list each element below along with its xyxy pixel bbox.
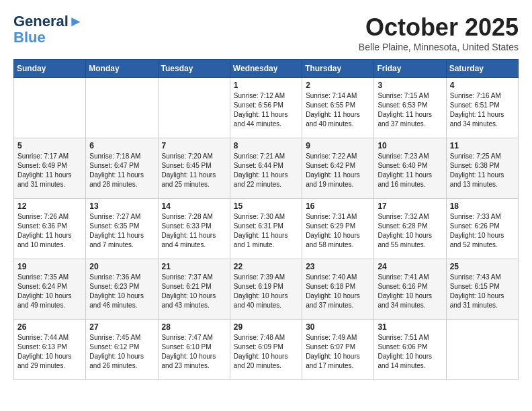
calendar-cell (446, 320, 518, 380)
calendar-cell: 30Sunrise: 7:49 AM Sunset: 6:07 PM Dayli… (302, 320, 374, 380)
day-info: Sunrise: 7:32 AM Sunset: 6:28 PM Dayligh… (378, 212, 442, 250)
day-header-wednesday: Wednesday (230, 60, 302, 78)
day-info: Sunrise: 7:51 AM Sunset: 6:06 PM Dayligh… (378, 333, 442, 371)
day-number: 22 (234, 262, 298, 271)
day-info: Sunrise: 7:39 AM Sunset: 6:19 PM Dayligh… (234, 273, 298, 310)
calendar-cell: 19Sunrise: 7:35 AM Sunset: 6:24 PM Dayli… (14, 259, 86, 320)
month-year: October 2025 (359, 13, 519, 42)
day-info: Sunrise: 7:35 AM Sunset: 6:24 PM Dayligh… (17, 273, 82, 310)
header: General► Blue October 2025 Belle Plaine,… (13, 13, 519, 52)
calendar-cell: 25Sunrise: 7:43 AM Sunset: 6:15 PM Dayli… (446, 259, 518, 320)
logo-text: General► (13, 13, 83, 30)
day-info: Sunrise: 7:43 AM Sunset: 6:15 PM Dayligh… (450, 273, 515, 310)
calendar-cell: 27Sunrise: 7:45 AM Sunset: 6:12 PM Dayli… (86, 320, 158, 380)
calendar-cell: 15Sunrise: 7:30 AM Sunset: 6:31 PM Dayli… (230, 199, 302, 259)
day-info: Sunrise: 7:20 AM Sunset: 6:45 PM Dayligh… (162, 152, 226, 189)
day-number: 6 (89, 141, 154, 150)
day-number: 18 (450, 201, 515, 211)
calendar-cell: 3Sunrise: 7:15 AM Sunset: 6:53 PM Daylig… (374, 78, 446, 138)
day-info: Sunrise: 7:33 AM Sunset: 6:26 PM Dayligh… (450, 212, 515, 250)
day-info: Sunrise: 7:16 AM Sunset: 6:51 PM Dayligh… (450, 91, 515, 129)
day-header-saturday: Saturday (446, 60, 518, 78)
calendar-week-5: 26Sunrise: 7:44 AM Sunset: 6:13 PM Dayli… (14, 320, 519, 380)
calendar-cell: 13Sunrise: 7:27 AM Sunset: 6:35 PM Dayli… (86, 199, 158, 259)
day-number: 2 (306, 81, 370, 90)
calendar-cell: 20Sunrise: 7:36 AM Sunset: 6:23 PM Dayli… (86, 259, 158, 320)
day-info: Sunrise: 7:23 AM Sunset: 6:40 PM Dayligh… (378, 152, 442, 189)
day-info: Sunrise: 7:27 AM Sunset: 6:35 PM Dayligh… (89, 212, 154, 250)
day-number: 12 (17, 201, 82, 211)
day-number: 23 (306, 262, 370, 271)
day-info: Sunrise: 7:48 AM Sunset: 6:09 PM Dayligh… (234, 333, 298, 371)
calendar-cell: 23Sunrise: 7:40 AM Sunset: 6:18 PM Dayli… (302, 259, 374, 320)
day-info: Sunrise: 7:31 AM Sunset: 6:29 PM Dayligh… (306, 212, 370, 250)
day-number: 25 (450, 262, 515, 271)
day-number: 20 (89, 262, 154, 271)
day-info: Sunrise: 7:12 AM Sunset: 6:56 PM Dayligh… (234, 91, 298, 129)
day-info: Sunrise: 7:28 AM Sunset: 6:33 PM Dayligh… (162, 212, 226, 250)
day-number: 7 (162, 141, 226, 150)
calendar-week-4: 19Sunrise: 7:35 AM Sunset: 6:24 PM Dayli… (14, 259, 519, 320)
calendar-cell (158, 78, 230, 138)
day-number: 16 (306, 201, 370, 211)
calendar-cell: 17Sunrise: 7:32 AM Sunset: 6:28 PM Dayli… (374, 199, 446, 259)
calendar-cell: 31Sunrise: 7:51 AM Sunset: 6:06 PM Dayli… (374, 320, 446, 380)
calendar-week-2: 5Sunrise: 7:17 AM Sunset: 6:49 PM Daylig… (14, 138, 519, 199)
calendar-cell: 26Sunrise: 7:44 AM Sunset: 6:13 PM Dayli… (14, 320, 86, 380)
day-info: Sunrise: 7:49 AM Sunset: 6:07 PM Dayligh… (306, 333, 370, 371)
day-info: Sunrise: 7:47 AM Sunset: 6:10 PM Dayligh… (162, 333, 226, 371)
calendar-cell: 29Sunrise: 7:48 AM Sunset: 6:09 PM Dayli… (230, 320, 302, 380)
day-header-thursday: Thursday (302, 60, 374, 78)
day-number: 9 (306, 141, 370, 150)
day-number: 24 (378, 262, 442, 271)
day-number: 5 (17, 141, 82, 150)
day-info: Sunrise: 7:26 AM Sunset: 6:36 PM Dayligh… (17, 212, 82, 250)
day-header-friday: Friday (374, 60, 446, 78)
day-header-monday: Monday (86, 60, 158, 78)
calendar-cell: 28Sunrise: 7:47 AM Sunset: 6:10 PM Dayli… (158, 320, 230, 380)
day-info: Sunrise: 7:15 AM Sunset: 6:53 PM Dayligh… (378, 91, 442, 129)
location: Belle Plaine, Minnesota, United States (359, 42, 519, 52)
day-number: 29 (234, 322, 298, 332)
calendar-cell: 7Sunrise: 7:20 AM Sunset: 6:45 PM Daylig… (158, 138, 230, 199)
day-info: Sunrise: 7:41 AM Sunset: 6:16 PM Dayligh… (378, 273, 442, 310)
day-info: Sunrise: 7:22 AM Sunset: 6:42 PM Dayligh… (306, 152, 370, 189)
calendar-cell: 14Sunrise: 7:28 AM Sunset: 6:33 PM Dayli… (158, 199, 230, 259)
calendar-cell: 9Sunrise: 7:22 AM Sunset: 6:42 PM Daylig… (302, 138, 374, 199)
calendar-cell: 12Sunrise: 7:26 AM Sunset: 6:36 PM Dayli… (14, 199, 86, 259)
day-info: Sunrise: 7:30 AM Sunset: 6:31 PM Dayligh… (234, 212, 298, 250)
calendar-cell (14, 78, 86, 138)
day-info: Sunrise: 7:21 AM Sunset: 6:44 PM Dayligh… (234, 152, 298, 189)
day-number: 14 (162, 201, 226, 211)
day-number: 13 (89, 201, 154, 211)
day-header-tuesday: Tuesday (158, 60, 230, 78)
calendar-header-row: SundayMondayTuesdayWednesdayThursdayFrid… (14, 60, 519, 78)
calendar-cell: 24Sunrise: 7:41 AM Sunset: 6:16 PM Dayli… (374, 259, 446, 320)
day-info: Sunrise: 7:44 AM Sunset: 6:13 PM Dayligh… (17, 333, 82, 371)
day-number: 26 (17, 322, 82, 332)
day-info: Sunrise: 7:18 AM Sunset: 6:47 PM Dayligh… (89, 152, 154, 189)
day-number: 15 (234, 201, 298, 211)
calendar-cell: 18Sunrise: 7:33 AM Sunset: 6:26 PM Dayli… (446, 199, 518, 259)
day-info: Sunrise: 7:17 AM Sunset: 6:49 PM Dayligh… (17, 152, 82, 189)
calendar-cell: 10Sunrise: 7:23 AM Sunset: 6:40 PM Dayli… (374, 138, 446, 199)
calendar-cell: 2Sunrise: 7:14 AM Sunset: 6:55 PM Daylig… (302, 78, 374, 138)
day-number: 3 (378, 81, 442, 90)
calendar-cell: 8Sunrise: 7:21 AM Sunset: 6:44 PM Daylig… (230, 138, 302, 199)
calendar-cell: 21Sunrise: 7:37 AM Sunset: 6:21 PM Dayli… (158, 259, 230, 320)
logo-blue: Blue (13, 30, 46, 46)
calendar-cell: 5Sunrise: 7:17 AM Sunset: 6:49 PM Daylig… (14, 138, 86, 199)
calendar-cell: 11Sunrise: 7:25 AM Sunset: 6:38 PM Dayli… (446, 138, 518, 199)
day-number: 21 (162, 262, 226, 271)
logo: General► Blue (13, 13, 83, 46)
title-area: October 2025 Belle Plaine, Minnesota, Un… (359, 13, 519, 52)
day-info: Sunrise: 7:37 AM Sunset: 6:21 PM Dayligh… (162, 273, 226, 310)
calendar-week-3: 12Sunrise: 7:26 AM Sunset: 6:36 PM Dayli… (14, 199, 519, 259)
day-number: 19 (17, 262, 82, 271)
day-info: Sunrise: 7:25 AM Sunset: 6:38 PM Dayligh… (450, 152, 515, 189)
day-header-sunday: Sunday (14, 60, 86, 78)
day-number: 8 (234, 141, 298, 150)
calendar-cell: 6Sunrise: 7:18 AM Sunset: 6:47 PM Daylig… (86, 138, 158, 199)
day-number: 1 (234, 81, 298, 90)
calendar-cell: 22Sunrise: 7:39 AM Sunset: 6:19 PM Dayli… (230, 259, 302, 320)
